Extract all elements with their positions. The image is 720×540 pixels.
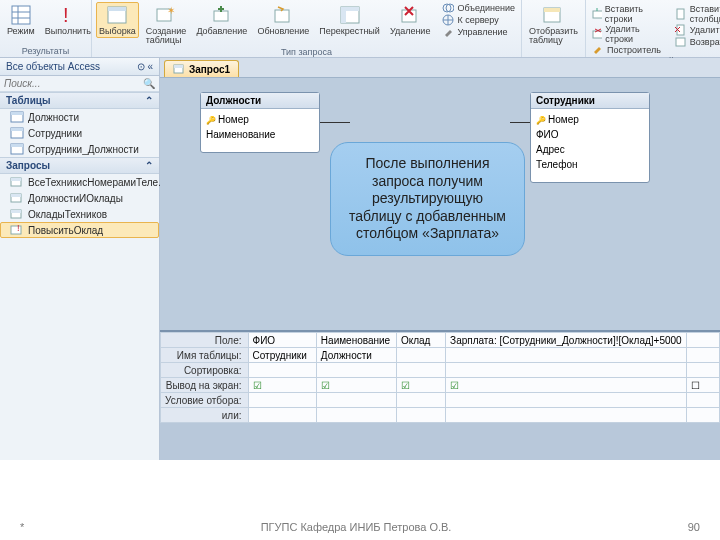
update-button[interactable]: Обновление — [254, 2, 312, 38]
grid-cell[interactable] — [686, 393, 719, 408]
grid-cell[interactable] — [316, 393, 396, 408]
query-design-grid[interactable]: Поле:ФИОНаименованиеОкладЗарплата: [Сотр… — [160, 330, 720, 423]
grid-cell[interactable]: ☑ — [316, 378, 396, 393]
nav-table-item[interactable]: Сотрудники — [0, 125, 159, 141]
builder-icon — [592, 44, 604, 56]
nav-title[interactable]: Все объекты Access ⊙ « — [0, 58, 159, 76]
field-item[interactable]: Номер — [536, 112, 644, 127]
footer-left: * — [20, 521, 24, 533]
delete-rows-button[interactable]: Удалить строки — [590, 24, 663, 44]
grid-cell[interactable]: ☐ — [686, 378, 719, 393]
nav-search[interactable]: 🔍 — [0, 76, 159, 92]
append-button[interactable]: Добавление — [193, 2, 250, 38]
svg-text:✶: ✶ — [167, 5, 175, 16]
grid-cell[interactable] — [316, 363, 396, 378]
svg-rect-32 — [11, 178, 21, 181]
grid-cell[interactable] — [316, 408, 396, 423]
svg-rect-34 — [11, 194, 21, 197]
union-button[interactable]: Объединение — [440, 2, 517, 14]
query-tab[interactable]: Запрос1 — [164, 60, 239, 77]
showtable-button[interactable]: Отобразить таблицу — [526, 2, 581, 47]
builder-button[interactable]: Построитель — [590, 44, 663, 56]
union-icon — [442, 2, 454, 14]
grid-cell[interactable] — [686, 363, 719, 378]
svg-rect-40 — [174, 65, 183, 68]
wrench-icon — [442, 26, 454, 38]
field-item[interactable]: Наименование — [206, 127, 314, 142]
select-query-button[interactable]: Выборка — [96, 2, 139, 38]
grid-cell[interactable] — [396, 393, 445, 408]
table-box-1[interactable]: Должности НомерНаименование — [200, 92, 320, 153]
tab-bar: Запрос1 — [160, 58, 720, 78]
grid-row-header: Условие отбора: — [161, 393, 249, 408]
grid-cell[interactable]: Должности — [316, 348, 396, 363]
run-button[interactable]: ! Выполнить — [42, 2, 94, 38]
crosstab-button[interactable]: Перекрестный — [316, 2, 383, 38]
work-area: Запрос1 Должности НомерНаименование Сотр… — [160, 58, 720, 460]
grid-cell[interactable] — [446, 408, 687, 423]
svg-rect-10 — [275, 10, 289, 22]
field-item[interactable]: Адрес — [536, 142, 644, 157]
grid-cell[interactable] — [396, 348, 445, 363]
nav-query-item[interactable]: ВсеТехникисНомерамиТеле... — [0, 174, 159, 190]
grid-cell[interactable] — [396, 363, 445, 378]
view-button[interactable]: Режим — [4, 2, 38, 38]
footer-page: 90 — [688, 521, 700, 533]
nav-table-item[interactable]: Должности — [0, 109, 159, 125]
return-dropdown[interactable]: Возврат: Все▾ — [673, 36, 720, 48]
grid-cell[interactable] — [248, 393, 316, 408]
delete-query-button[interactable]: Удаление — [387, 2, 434, 38]
relationship-canvas[interactable]: Должности НомерНаименование Сотрудники Н… — [160, 78, 720, 330]
grid-cell[interactable] — [248, 363, 316, 378]
grid-cell[interactable]: ☑ — [248, 378, 316, 393]
datadef-button[interactable]: Управление — [440, 26, 517, 38]
table-title: Сотрудники — [531, 93, 649, 109]
grid-cell[interactable] — [446, 348, 687, 363]
nav-table-item[interactable]: Сотрудники_Должности — [0, 141, 159, 157]
grid-cell[interactable] — [248, 408, 316, 423]
nav-pane: Все объекты Access ⊙ « 🔍 Таблицы⌃ Должно… — [0, 58, 160, 460]
delete-cols-button[interactable]: Удалить столбцы — [673, 24, 720, 36]
nav-query-item[interactable]: ОкладыТехников — [0, 206, 159, 222]
svg-text:!: ! — [63, 4, 69, 26]
field-item[interactable]: Номер — [206, 112, 314, 127]
svg-rect-36 — [11, 210, 21, 213]
grid-cell[interactable]: Сотрудники — [248, 348, 316, 363]
grid-cell[interactable] — [686, 348, 719, 363]
grid-cell[interactable]: ☑ — [396, 378, 445, 393]
collapse-icon: ⌃ — [145, 160, 153, 171]
grid-cell[interactable]: Оклад — [396, 333, 445, 348]
svg-rect-0 — [12, 6, 30, 24]
grid-cell[interactable] — [686, 408, 719, 423]
grid-row-header: Поле: — [161, 333, 249, 348]
append-icon — [211, 4, 233, 26]
slide-footer: * ПГУПС Кафедра ИНИБ Петрова О.В. 90 — [0, 514, 720, 540]
group-qtype-label: Тип запроса — [96, 47, 517, 58]
nav-section-tables[interactable]: Таблицы⌃ — [0, 92, 159, 109]
grid-cell[interactable]: ☑ — [446, 378, 687, 393]
nav-query-item[interactable]: !ПовыситьОклад — [0, 222, 159, 238]
grid-cell[interactable]: Зарплата: [Сотрудники_Должности]![Оклад]… — [446, 333, 687, 348]
grid-cell[interactable]: ФИО — [248, 333, 316, 348]
insert-cols-button[interactable]: Вставить столбцы — [673, 4, 720, 24]
select-label: Выборка — [99, 27, 136, 36]
delete-icon — [399, 4, 421, 26]
svg-rect-6 — [108, 7, 126, 11]
nav-section-queries[interactable]: Запросы⌃ — [0, 157, 159, 174]
grid-cell[interactable] — [446, 393, 687, 408]
nav-query-item[interactable]: ДолжностиИОклады — [0, 190, 159, 206]
insert-rows-button[interactable]: Вставить строки — [590, 4, 663, 24]
passthru-button[interactable]: К серверу — [440, 14, 517, 26]
grid-cell[interactable] — [686, 333, 719, 348]
field-item[interactable]: Телефон — [536, 157, 644, 172]
run-label: Выполнить — [45, 27, 91, 36]
table-box-2[interactable]: Сотрудники НомерФИОАдресТелефон — [530, 92, 650, 183]
grid-cell[interactable]: Наименование — [316, 333, 396, 348]
update-label: Обновление — [257, 27, 309, 36]
grid-cell[interactable] — [446, 363, 687, 378]
field-item[interactable]: ФИО — [536, 127, 644, 142]
grid-icon — [10, 4, 32, 26]
search-input[interactable] — [4, 78, 143, 89]
grid-cell[interactable] — [396, 408, 445, 423]
maketable-button[interactable]: ✶ Создание таблицы — [143, 2, 190, 47]
